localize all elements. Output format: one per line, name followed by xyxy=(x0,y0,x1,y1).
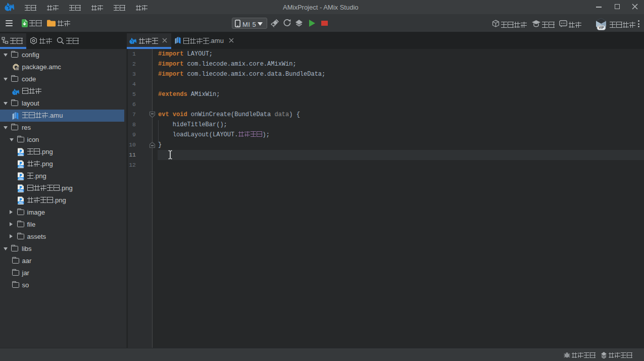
svg-text:PNG: PNG xyxy=(19,201,23,204)
svg-text:PNG: PNG xyxy=(19,177,23,180)
svg-text:PNG: PNG xyxy=(19,165,23,168)
svg-text:PNG: PNG xyxy=(19,153,23,156)
svg-text:PNG: PNG xyxy=(19,189,23,192)
svg-text:VIP: VIP xyxy=(599,26,604,29)
